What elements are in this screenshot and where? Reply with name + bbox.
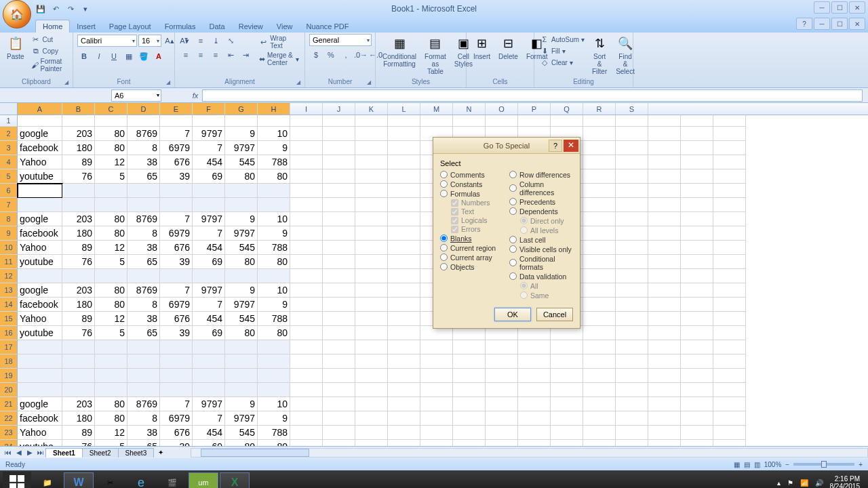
cell[interactable]: [713, 169, 746, 184]
cell[interactable]: [388, 383, 420, 397]
cell[interactable]: 5: [95, 326, 127, 340]
cell[interactable]: [616, 226, 648, 241]
cell[interactable]: 9797: [225, 411, 258, 426]
cell[interactable]: [323, 269, 355, 283]
cell[interactable]: [95, 354, 127, 369]
cell[interactable]: [355, 255, 388, 269]
cell[interactable]: [583, 426, 616, 440]
row-header-10[interactable]: 10: [0, 241, 18, 255]
inc-decimal-icon[interactable]: .0→: [354, 48, 368, 62]
cell[interactable]: 545: [225, 426, 258, 440]
number-format-combo[interactable]: General: [309, 34, 372, 46]
row-header-15[interactable]: 15: [0, 312, 18, 326]
cell[interactable]: [290, 298, 323, 312]
cell[interactable]: 76: [62, 169, 95, 184]
cell[interactable]: [62, 198, 95, 212]
radio-precedents[interactable]: Precedents: [509, 197, 573, 206]
cell[interactable]: [420, 115, 453, 127]
cell[interactable]: 788: [258, 155, 290, 169]
cell[interactable]: [290, 369, 323, 383]
row-header-12[interactable]: 12: [0, 269, 18, 283]
cell[interactable]: [518, 426, 551, 440]
cell[interactable]: [648, 383, 681, 397]
cell[interactable]: [160, 269, 193, 283]
cell[interactable]: [648, 369, 681, 383]
cell[interactable]: [127, 340, 160, 354]
horizontal-scrollbar[interactable]: [191, 448, 868, 458]
redo-icon[interactable]: ↷: [65, 3, 76, 14]
align-left-icon[interactable]: ≡: [179, 48, 193, 62]
cell[interactable]: 180: [62, 226, 95, 241]
cell[interactable]: [193, 184, 225, 198]
cell[interactable]: [258, 269, 290, 283]
cell[interactable]: 80: [95, 411, 127, 426]
fill-color-button[interactable]: 🪣: [137, 49, 151, 63]
cell[interactable]: [18, 354, 62, 369]
save-icon[interactable]: 💾: [35, 3, 46, 14]
cell[interactable]: [290, 115, 323, 127]
cell[interactable]: [583, 283, 616, 298]
cell[interactable]: [290, 226, 323, 241]
cell[interactable]: google: [18, 283, 62, 298]
cell[interactable]: 8769: [127, 283, 160, 298]
cell[interactable]: [290, 426, 323, 440]
cell[interactable]: [62, 354, 95, 369]
cell[interactable]: [583, 369, 616, 383]
cell[interactable]: 76: [62, 255, 95, 269]
cell[interactable]: [713, 397, 746, 411]
zoom-slider[interactable]: [793, 463, 854, 466]
cell[interactable]: [713, 340, 746, 354]
cell[interactable]: [681, 326, 713, 340]
cell[interactable]: [518, 411, 551, 426]
cell[interactable]: [355, 226, 388, 241]
row-header-9[interactable]: 9: [0, 226, 18, 241]
cell[interactable]: [18, 115, 62, 127]
cell[interactable]: 8: [127, 298, 160, 312]
cell[interactable]: [616, 212, 648, 226]
cell[interactable]: facebook: [18, 141, 62, 155]
align-bottom-icon[interactable]: ⤓: [209, 34, 222, 47]
row-header-13[interactable]: 13: [0, 283, 18, 298]
cell[interactable]: [681, 312, 713, 326]
sheet-nav-next[interactable]: ▶: [24, 449, 35, 456]
dialog-cancel-button[interactable]: Cancel: [536, 308, 573, 321]
start-button[interactable]: [3, 472, 31, 488]
cell[interactable]: 9: [258, 226, 290, 241]
tray-volume-icon[interactable]: 🔊: [815, 479, 823, 487]
cell[interactable]: [648, 127, 681, 141]
cell[interactable]: 89: [62, 155, 95, 169]
cell[interactable]: [323, 155, 355, 169]
cell[interactable]: [713, 226, 746, 241]
cell[interactable]: [551, 397, 583, 411]
col-header-F[interactable]: F: [193, 103, 225, 115]
sheet-tab-3[interactable]: Sheet3: [118, 448, 155, 458]
radio-formulas[interactable]: Formulas: [440, 189, 504, 198]
cell[interactable]: [616, 198, 648, 212]
cell[interactable]: [453, 354, 486, 369]
cell[interactable]: [648, 212, 681, 226]
align-top-icon[interactable]: ⤒: [179, 34, 193, 47]
cell[interactable]: [583, 298, 616, 312]
tray-flag-icon[interactable]: ⚑: [787, 479, 793, 487]
cell[interactable]: [388, 198, 420, 212]
cell[interactable]: [583, 255, 616, 269]
cell[interactable]: 9: [225, 127, 258, 141]
cell[interactable]: [355, 411, 388, 426]
cell[interactable]: [453, 426, 486, 440]
cell[interactable]: [95, 184, 127, 198]
cell[interactable]: 80: [225, 169, 258, 184]
tab-home[interactable]: Home: [35, 20, 70, 33]
cell[interactable]: [323, 169, 355, 184]
comma-icon[interactable]: ,: [339, 48, 353, 62]
grow-font-icon[interactable]: A▴: [163, 34, 176, 47]
sheet-nav-last[interactable]: ⏭: [35, 449, 46, 456]
cell[interactable]: 10: [258, 127, 290, 141]
cell[interactable]: youtube: [18, 440, 62, 446]
cell[interactable]: [713, 283, 746, 298]
cell[interactable]: [518, 354, 551, 369]
cell[interactable]: [583, 155, 616, 169]
indent-inc-icon[interactable]: ⇥: [239, 48, 252, 62]
cell[interactable]: [518, 115, 551, 127]
col-header-Q[interactable]: Q: [551, 103, 583, 115]
cell[interactable]: [486, 440, 518, 446]
